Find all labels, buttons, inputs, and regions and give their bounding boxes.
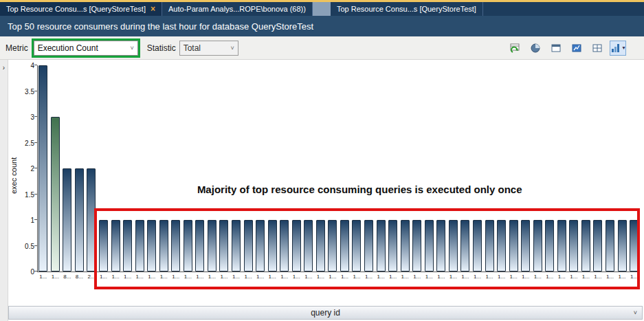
bar[interactable] [184, 220, 192, 272]
highlighted-bar[interactable] [51, 117, 60, 272]
bar-column[interactable]: 1... [170, 65, 182, 285]
bar[interactable] [509, 220, 518, 272]
bar-column[interactable]: 1... [146, 65, 158, 285]
chart-window-icon[interactable] [568, 41, 585, 56]
bar-column[interactable]: 1... [592, 65, 604, 285]
bar-column[interactable]: 8... [61, 65, 74, 285]
bar[interactable] [606, 220, 614, 272]
bar[interactable] [280, 220, 289, 272]
refresh-icon[interactable] [507, 41, 523, 56]
bar-column[interactable]: 1... [411, 65, 423, 285]
bar[interactable] [171, 220, 180, 272]
bar-column[interactable]: 1... [339, 65, 351, 285]
bar[interactable] [521, 220, 530, 272]
tab-top-resource-consumers-2[interactable]: Top Resource Consu...s [QueryStoreTest] [331, 2, 483, 16]
bar-column[interactable]: 1... [604, 65, 617, 285]
tab-top-resource-consumers-1[interactable]: Top Resource Consu...s [QueryStoreTest] … [0, 2, 162, 16]
bar[interactable] [364, 220, 373, 272]
bar[interactable] [63, 168, 71, 272]
bar-column[interactable]: 1... [531, 65, 544, 285]
x-axis-selector[interactable]: query id ˅ [8, 306, 643, 320]
bar[interactable] [449, 220, 458, 272]
bar[interactable] [304, 220, 313, 272]
bar-column[interactable]: 1... [628, 65, 641, 285]
bar-column[interactable]: 1... [242, 65, 254, 285]
bar-column[interactable]: 1... [423, 65, 436, 285]
bar[interactable] [497, 220, 506, 272]
bar[interactable] [135, 220, 144, 272]
bar[interactable] [593, 220, 602, 272]
bar-column[interactable]: 1... [302, 65, 315, 285]
bar[interactable] [111, 220, 120, 272]
bar[interactable] [256, 220, 265, 272]
close-icon[interactable]: × [151, 5, 155, 13]
bar[interactable] [75, 168, 84, 272]
bar-column[interactable]: 1... [230, 65, 243, 285]
bar[interactable] [401, 220, 410, 272]
bar-column[interactable]: 8... [74, 65, 86, 285]
bar-column[interactable]: 1... [290, 65, 302, 285]
pie-chart-icon[interactable] [527, 41, 544, 56]
bar[interactable] [208, 220, 216, 272]
metric-combo[interactable]: Execution Count ˅ [34, 41, 138, 56]
bar[interactable] [473, 220, 482, 272]
bar[interactable] [232, 220, 241, 272]
bar[interactable] [147, 220, 156, 272]
bar-column[interactable]: 1... [580, 65, 592, 285]
bar-column[interactable]: 1... [435, 65, 447, 285]
bar-column[interactable]: 1... [206, 65, 219, 285]
bar-column[interactable]: 1... [399, 65, 411, 285]
bar[interactable] [292, 220, 301, 272]
bar-chart-view-icon[interactable]: ▾ [610, 41, 626, 56]
grid-view-icon[interactable] [589, 41, 606, 56]
bar-column[interactable]: 1... [520, 65, 532, 285]
bar-column[interactable]: 1... [98, 65, 110, 285]
bar[interactable] [545, 220, 554, 272]
bar[interactable] [340, 220, 349, 272]
bar[interactable] [388, 220, 397, 272]
bar[interactable] [38, 65, 47, 272]
bar-column[interactable]: 1... [507, 65, 520, 285]
bar-column[interactable]: 1... [49, 65, 62, 285]
bar-column[interactable]: 1... [194, 65, 206, 285]
bar[interactable] [557, 220, 566, 272]
bar-column[interactable]: 1... [496, 65, 508, 285]
bar[interactable] [569, 220, 578, 272]
bar[interactable] [412, 220, 421, 272]
window-icon[interactable] [548, 41, 564, 56]
bar-column[interactable]: 1... [182, 65, 195, 285]
bar[interactable] [485, 220, 494, 272]
collapsed-panel-toggle[interactable]: › [0, 60, 8, 321]
bar[interactable] [425, 220, 434, 272]
bar[interactable] [533, 220, 542, 272]
tab-auto-param-analysis[interactable]: Auto-Param Analys...ROPE\bonova (68)) [162, 2, 313, 16]
bar-column[interactable]: 1... [447, 65, 460, 285]
bar-column[interactable]: 1... [218, 65, 230, 285]
bar-column[interactable]: 1... [363, 65, 375, 285]
bar-column[interactable]: 1... [351, 65, 363, 285]
bar-column[interactable]: 1... [315, 65, 327, 285]
bar[interactable] [436, 220, 445, 272]
bar-column[interactable]: 1... [568, 65, 580, 285]
bar-column[interactable]: 2... [85, 65, 98, 285]
bar[interactable] [195, 220, 204, 272]
bar-column[interactable]: 1... [133, 65, 146, 285]
bar[interactable] [159, 220, 168, 272]
bar-column[interactable]: 1... [483, 65, 496, 285]
bar-column[interactable]: 1... [37, 65, 49, 285]
statistic-combo[interactable]: Total ˅ [179, 41, 238, 56]
bar-column[interactable]: 1... [556, 65, 568, 285]
bar[interactable] [377, 220, 386, 272]
bar-column[interactable]: 1... [375, 65, 387, 285]
bar-column[interactable]: 1... [122, 65, 134, 285]
bar[interactable] [123, 220, 132, 272]
bar[interactable] [581, 220, 590, 272]
bar[interactable] [219, 220, 228, 272]
bar[interactable] [316, 220, 325, 272]
bar[interactable] [630, 220, 639, 272]
bar[interactable] [244, 220, 253, 272]
bar-column[interactable]: 1... [471, 65, 484, 285]
bar-column[interactable]: 1... [459, 65, 471, 285]
bar-column[interactable]: 1... [254, 65, 267, 285]
bar[interactable] [268, 220, 277, 272]
